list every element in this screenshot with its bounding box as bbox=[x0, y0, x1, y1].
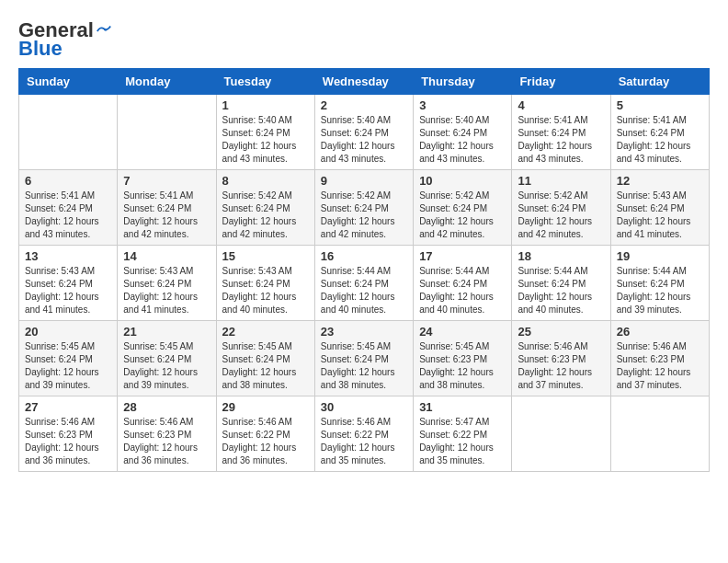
day-info: Sunrise: 5:44 AM Sunset: 6:24 PM Dayligh… bbox=[518, 265, 604, 316]
calendar-header-thursday: Thursday bbox=[414, 69, 512, 95]
day-number: 15 bbox=[222, 249, 309, 263]
day-number: 13 bbox=[25, 249, 111, 263]
day-number: 1 bbox=[222, 98, 309, 112]
logo: General Blue bbox=[18, 18, 112, 59]
day-info: Sunrise: 5:46 AM Sunset: 6:22 PM Dayligh… bbox=[321, 416, 407, 467]
day-number: 12 bbox=[617, 174, 703, 188]
day-number: 26 bbox=[617, 325, 703, 339]
day-number: 21 bbox=[123, 325, 210, 339]
calendar-header-sunday: Sunday bbox=[19, 69, 118, 95]
day-number: 31 bbox=[419, 400, 506, 414]
calendar-header-friday: Friday bbox=[512, 69, 610, 95]
calendar-cell: 10Sunrise: 5:42 AM Sunset: 6:24 PM Dayli… bbox=[414, 170, 512, 246]
day-number: 29 bbox=[222, 400, 309, 414]
day-info: Sunrise: 5:45 AM Sunset: 6:24 PM Dayligh… bbox=[222, 340, 309, 392]
day-number: 11 bbox=[518, 174, 604, 188]
day-number: 10 bbox=[419, 174, 506, 188]
day-info: Sunrise: 5:41 AM Sunset: 6:24 PM Dayligh… bbox=[617, 114, 703, 166]
calendar-cell: 13Sunrise: 5:43 AM Sunset: 6:24 PM Dayli… bbox=[19, 246, 118, 321]
calendar-week-row: 6Sunrise: 5:41 AM Sunset: 6:24 PM Daylig… bbox=[19, 170, 710, 246]
calendar-cell: 8Sunrise: 5:42 AM Sunset: 6:24 PM Daylig… bbox=[216, 170, 314, 246]
day-number: 6 bbox=[25, 174, 111, 188]
calendar-cell: 25Sunrise: 5:46 AM Sunset: 6:23 PM Dayli… bbox=[512, 321, 610, 396]
day-number: 30 bbox=[321, 400, 407, 414]
calendar-cell: 3Sunrise: 5:40 AM Sunset: 6:24 PM Daylig… bbox=[414, 95, 512, 170]
calendar-cell: 12Sunrise: 5:43 AM Sunset: 6:24 PM Dayli… bbox=[610, 170, 709, 246]
day-info: Sunrise: 5:43 AM Sunset: 6:24 PM Dayligh… bbox=[123, 265, 210, 316]
calendar-cell bbox=[610, 396, 709, 472]
day-info: Sunrise: 5:45 AM Sunset: 6:24 PM Dayligh… bbox=[123, 340, 210, 392]
day-number: 28 bbox=[123, 400, 210, 414]
calendar-cell: 23Sunrise: 5:45 AM Sunset: 6:24 PM Dayli… bbox=[314, 321, 413, 396]
day-info: Sunrise: 5:41 AM Sunset: 6:24 PM Dayligh… bbox=[123, 190, 210, 241]
calendar-cell: 5Sunrise: 5:41 AM Sunset: 6:24 PM Daylig… bbox=[610, 95, 709, 170]
day-info: Sunrise: 5:44 AM Sunset: 6:24 PM Dayligh… bbox=[617, 265, 703, 316]
calendar-header-row: SundayMondayTuesdayWednesdayThursdayFrid… bbox=[19, 69, 710, 95]
calendar-header-saturday: Saturday bbox=[610, 69, 709, 95]
day-number: 4 bbox=[518, 98, 604, 112]
calendar-cell: 21Sunrise: 5:45 AM Sunset: 6:24 PM Dayli… bbox=[118, 321, 216, 396]
day-info: Sunrise: 5:45 AM Sunset: 6:23 PM Dayligh… bbox=[419, 340, 506, 392]
calendar-cell: 19Sunrise: 5:44 AM Sunset: 6:24 PM Dayli… bbox=[610, 246, 709, 321]
day-number: 20 bbox=[25, 325, 111, 339]
day-number: 22 bbox=[222, 325, 309, 339]
day-info: Sunrise: 5:40 AM Sunset: 6:24 PM Dayligh… bbox=[419, 114, 506, 166]
day-number: 3 bbox=[419, 98, 506, 112]
calendar-week-row: 27Sunrise: 5:46 AM Sunset: 6:23 PM Dayli… bbox=[19, 396, 710, 472]
day-number: 17 bbox=[419, 249, 506, 263]
day-number: 9 bbox=[321, 174, 407, 188]
calendar-cell bbox=[512, 396, 610, 472]
calendar-cell: 22Sunrise: 5:45 AM Sunset: 6:24 PM Dayli… bbox=[216, 321, 314, 396]
day-number: 24 bbox=[419, 325, 506, 339]
calendar-cell: 17Sunrise: 5:44 AM Sunset: 6:24 PM Dayli… bbox=[414, 246, 512, 321]
calendar-cell: 24Sunrise: 5:45 AM Sunset: 6:23 PM Dayli… bbox=[414, 321, 512, 396]
calendar-cell bbox=[118, 95, 216, 170]
day-info: Sunrise: 5:46 AM Sunset: 6:22 PM Dayligh… bbox=[222, 416, 309, 467]
calendar-cell: 29Sunrise: 5:46 AM Sunset: 6:22 PM Dayli… bbox=[216, 396, 314, 472]
day-info: Sunrise: 5:45 AM Sunset: 6:24 PM Dayligh… bbox=[321, 340, 407, 392]
day-info: Sunrise: 5:40 AM Sunset: 6:24 PM Dayligh… bbox=[222, 114, 309, 166]
day-info: Sunrise: 5:44 AM Sunset: 6:24 PM Dayligh… bbox=[419, 265, 506, 316]
calendar-cell: 6Sunrise: 5:41 AM Sunset: 6:24 PM Daylig… bbox=[19, 170, 118, 246]
calendar-week-row: 20Sunrise: 5:45 AM Sunset: 6:24 PM Dayli… bbox=[19, 321, 710, 396]
calendar-cell: 26Sunrise: 5:46 AM Sunset: 6:23 PM Dayli… bbox=[610, 321, 709, 396]
day-info: Sunrise: 5:43 AM Sunset: 6:24 PM Dayligh… bbox=[222, 265, 309, 316]
day-info: Sunrise: 5:46 AM Sunset: 6:23 PM Dayligh… bbox=[25, 416, 111, 467]
day-info: Sunrise: 5:45 AM Sunset: 6:24 PM Dayligh… bbox=[25, 340, 111, 392]
day-info: Sunrise: 5:47 AM Sunset: 6:22 PM Dayligh… bbox=[419, 416, 506, 467]
calendar-cell: 14Sunrise: 5:43 AM Sunset: 6:24 PM Dayli… bbox=[118, 246, 216, 321]
day-number: 2 bbox=[321, 98, 407, 112]
calendar-week-row: 1Sunrise: 5:40 AM Sunset: 6:24 PM Daylig… bbox=[19, 95, 710, 170]
calendar-cell: 7Sunrise: 5:41 AM Sunset: 6:24 PM Daylig… bbox=[118, 170, 216, 246]
calendar-cell: 18Sunrise: 5:44 AM Sunset: 6:24 PM Dayli… bbox=[512, 246, 610, 321]
calendar-cell: 2Sunrise: 5:40 AM Sunset: 6:24 PM Daylig… bbox=[314, 95, 413, 170]
day-number: 16 bbox=[321, 249, 407, 263]
day-info: Sunrise: 5:42 AM Sunset: 6:24 PM Dayligh… bbox=[419, 190, 506, 241]
calendar-cell: 16Sunrise: 5:44 AM Sunset: 6:24 PM Dayli… bbox=[314, 246, 413, 321]
calendar-cell bbox=[19, 95, 118, 170]
logo-blue: Blue bbox=[18, 39, 63, 59]
day-info: Sunrise: 5:42 AM Sunset: 6:24 PM Dayligh… bbox=[222, 190, 309, 241]
day-info: Sunrise: 5:41 AM Sunset: 6:24 PM Dayligh… bbox=[518, 114, 604, 166]
calendar-cell: 20Sunrise: 5:45 AM Sunset: 6:24 PM Dayli… bbox=[19, 321, 118, 396]
day-number: 14 bbox=[123, 249, 210, 263]
day-number: 7 bbox=[123, 174, 210, 188]
calendar-cell: 28Sunrise: 5:46 AM Sunset: 6:23 PM Dayli… bbox=[118, 396, 216, 472]
day-info: Sunrise: 5:42 AM Sunset: 6:24 PM Dayligh… bbox=[518, 190, 604, 241]
calendar-header-monday: Monday bbox=[118, 69, 216, 95]
calendar-cell: 30Sunrise: 5:46 AM Sunset: 6:22 PM Dayli… bbox=[314, 396, 413, 472]
day-info: Sunrise: 5:41 AM Sunset: 6:24 PM Dayligh… bbox=[25, 190, 111, 241]
calendar-cell: 31Sunrise: 5:47 AM Sunset: 6:22 PM Dayli… bbox=[414, 396, 512, 472]
day-info: Sunrise: 5:46 AM Sunset: 6:23 PM Dayligh… bbox=[123, 416, 210, 467]
calendar-header-tuesday: Tuesday bbox=[216, 69, 314, 95]
day-info: Sunrise: 5:43 AM Sunset: 6:24 PM Dayligh… bbox=[25, 265, 111, 316]
calendar-cell: 11Sunrise: 5:42 AM Sunset: 6:24 PM Dayli… bbox=[512, 170, 610, 246]
day-info: Sunrise: 5:46 AM Sunset: 6:23 PM Dayligh… bbox=[518, 340, 604, 392]
day-info: Sunrise: 5:42 AM Sunset: 6:24 PM Dayligh… bbox=[321, 190, 407, 241]
day-number: 5 bbox=[617, 98, 703, 112]
day-number: 23 bbox=[321, 325, 407, 339]
day-info: Sunrise: 5:44 AM Sunset: 6:24 PM Dayligh… bbox=[321, 265, 407, 316]
calendar-cell: 27Sunrise: 5:46 AM Sunset: 6:23 PM Dayli… bbox=[19, 396, 118, 472]
calendar-week-row: 13Sunrise: 5:43 AM Sunset: 6:24 PM Dayli… bbox=[19, 246, 710, 321]
calendar-cell: 4Sunrise: 5:41 AM Sunset: 6:24 PM Daylig… bbox=[512, 95, 610, 170]
